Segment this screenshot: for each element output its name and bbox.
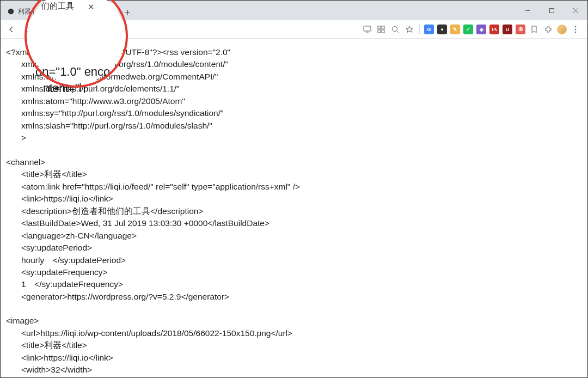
minimize-button[interactable] — [516, 1, 540, 20]
extension-icon[interactable]: U — [503, 25, 512, 34]
separator — [419, 25, 420, 34]
back-button[interactable] — [4, 22, 19, 37]
star-icon[interactable] — [404, 24, 415, 35]
xml-line: <width>32</width> — [6, 364, 582, 376]
svg-rect-11 — [378, 30, 381, 33]
profile-avatar[interactable] — [557, 25, 567, 34]
xml-line: <link>https://liqi.io</link> — [6, 193, 582, 205]
extension-icon[interactable]: ◆ — [476, 25, 486, 34]
close-window-button[interactable] — [564, 1, 587, 20]
grid-icon[interactable] — [376, 24, 387, 35]
desktop-icon[interactable] — [362, 24, 372, 35]
favicon-icon — [7, 8, 15, 15]
xml-line: hourly </sy:updatePeriod> — [6, 254, 582, 266]
tab-background[interactable]: 利器 | 创 — [1, 3, 48, 20]
xml-line: > — [6, 132, 582, 144]
xml-line: <height>32</height> — [6, 376, 582, 377]
new-tab-button[interactable]: + — [120, 5, 136, 20]
extension-icon[interactable]: ⦿ — [516, 25, 525, 34]
xml-line: <url>https://liqi.io/wp-content/uploads/… — [6, 327, 582, 339]
extension-icon[interactable]: ✎ — [450, 25, 460, 34]
svg-rect-12 — [382, 30, 384, 33]
bookmark-icon[interactable] — [529, 24, 540, 35]
svg-point-13 — [393, 26, 397, 31]
xml-line: <description>创造者和他们的工具</description> — [6, 205, 582, 217]
xml-line: <title>利器</title> — [6, 168, 582, 180]
extension-icon[interactable]: IA — [489, 25, 499, 34]
page-content: <?xml version="1.0" encoding="UTF-8"?><r… — [1, 39, 587, 377]
window-controls — [516, 1, 587, 20]
xml-line: <title>利器</title> — [6, 339, 582, 351]
xml-line: xmlns:atom="http://www.w3.org/2005/Atom" — [6, 95, 582, 107]
svg-point-1 — [56, 9, 62, 15]
svg-point-0 — [8, 9, 14, 15]
xml-line: <atom:link href="https://liqi.io/feed/" … — [6, 181, 582, 193]
svg-rect-6 — [42, 28, 46, 31]
url-text[interactable]: https://liqi.io/feed/ — [51, 25, 114, 34]
xml-line: <language>zh-CN</language> — [6, 230, 582, 242]
tab-active[interactable]: /liqi.io/feed/ ✕ — [48, 3, 118, 20]
xml-line: <channel> — [6, 156, 582, 168]
svg-rect-7 — [364, 26, 371, 31]
svg-rect-9 — [378, 26, 381, 29]
lock-icon — [41, 25, 47, 34]
xml-line: xmlns:wfw="http://wellformedweb.org/Comm… — [6, 71, 582, 83]
extensions-icon[interactable] — [543, 24, 554, 35]
xml-line: <sy:updatePeriod> — [6, 242, 582, 254]
menu-icon[interactable] — [570, 24, 581, 35]
xml-line: <sy:updateFrequency> — [6, 266, 582, 278]
xml-line: <image> — [6, 315, 582, 327]
tab-title: 利器 | 创 — [18, 7, 43, 16]
maximize-button[interactable] — [540, 1, 564, 20]
xml-line: xmlns:content="http://purl.org/rss/1.0/m… — [6, 58, 582, 70]
xml-line: <?xml version="1.0" encoding="UTF-8"?><r… — [6, 46, 582, 58]
svg-point-15 — [575, 26, 577, 27]
xml-line: 1 </sy:updateFrequency> — [6, 278, 582, 290]
svg-point-17 — [575, 31, 577, 33]
xml-line: <generator>https://wordpress.org/?v=5.2.… — [6, 291, 582, 303]
xml-line: <link>https://liqi.io</link> — [6, 352, 582, 364]
forward-button[interactable] — [20, 22, 35, 37]
svg-point-16 — [575, 28, 577, 30]
xml-line: <lastBuildDate>Wed, 31 Jul 2019 13:03:30… — [6, 217, 582, 229]
svg-rect-3 — [549, 8, 554, 13]
address-bar[interactable]: https://liqi.io/feed/ — [41, 22, 114, 36]
extension-icon[interactable]: G — [424, 25, 434, 34]
svg-rect-10 — [382, 26, 384, 29]
favicon-icon — [55, 8, 63, 15]
toolbar: https://liqi.io/feed/ G ● ✎ ✓ ◆ IA U ⦿ — [1, 20, 587, 39]
zoom-icon[interactable] — [390, 24, 401, 35]
close-icon: ✕ — [88, 2, 95, 12]
xml-line: xmlns:sy="http://purl.org/rss/1.0/module… — [6, 107, 582, 119]
svg-line-14 — [397, 31, 399, 33]
toolbar-icons: G ● ✎ ✓ ◆ IA U ⦿ — [362, 24, 584, 35]
xml-line: xmlns:slash="http://purl.org/rss/1.0/mod… — [6, 120, 582, 132]
extension-icon[interactable]: ✓ — [463, 25, 473, 34]
close-icon[interactable]: ✕ — [107, 8, 113, 16]
extension-icon[interactable]: ● — [437, 25, 447, 34]
xml-line: xmlns:dc="http://purl.org/dc/elements/1.… — [6, 83, 582, 95]
